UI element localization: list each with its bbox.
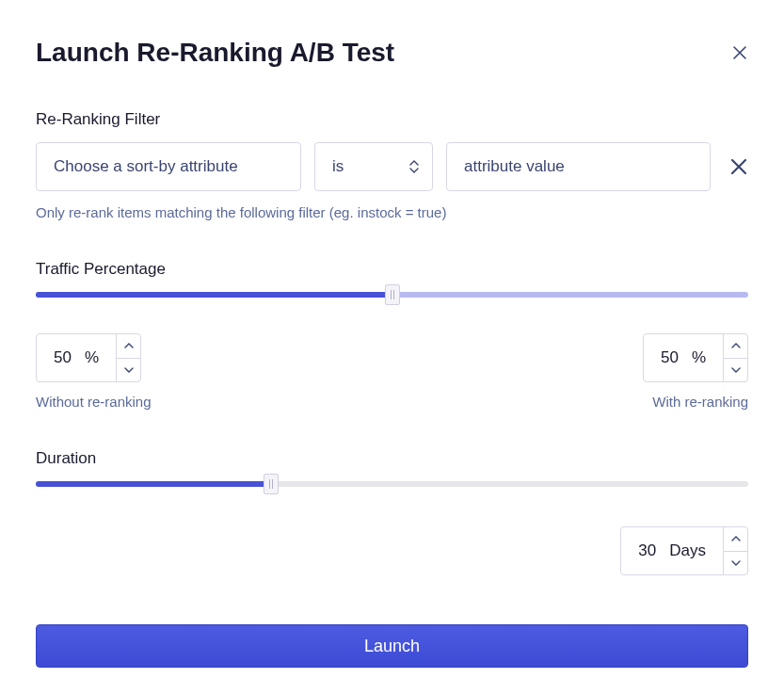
- decrement-button[interactable]: [117, 359, 140, 382]
- duration-label: Duration: [36, 449, 748, 468]
- with-reranking-stepper[interactable]: 50 %: [643, 333, 748, 382]
- duration-slider[interactable]: [36, 481, 748, 487]
- with-caption: With re-ranking: [652, 394, 748, 410]
- without-value: 50: [54, 348, 72, 367]
- duration-value: 30: [638, 541, 656, 560]
- duration-slider-thumb[interactable]: [264, 474, 279, 494]
- filter-hint: Only re-rank items matching the followin…: [36, 204, 748, 220]
- traffic-slider[interactable]: [36, 292, 748, 298]
- close-icon[interactable]: [731, 44, 748, 61]
- decrement-button[interactable]: [724, 552, 747, 575]
- percent-unit: %: [692, 348, 706, 367]
- page-title: Launch Re-Ranking A/B Test: [36, 38, 394, 68]
- attribute-value-field[interactable]: attribute value: [446, 142, 711, 191]
- with-value: 50: [661, 348, 679, 367]
- remove-filter-icon[interactable]: [729, 157, 748, 176]
- operator-select[interactable]: is: [314, 142, 433, 191]
- filter-row: Choose a sort-by attribute is attribute …: [36, 142, 748, 191]
- operator-value: is: [332, 157, 344, 176]
- duration-slider-fill: [36, 481, 271, 487]
- launch-button[interactable]: Launch: [36, 624, 748, 668]
- duration-unit: Days: [669, 541, 706, 560]
- increment-button[interactable]: [724, 527, 747, 552]
- without-reranking-stepper[interactable]: 50 %: [36, 333, 141, 382]
- traffic-label: Traffic Percentage: [36, 260, 748, 279]
- sort-attribute-field[interactable]: Choose a sort-by attribute: [36, 142, 301, 191]
- increment-button[interactable]: [117, 334, 140, 359]
- chevron-up-down-icon: [409, 160, 419, 173]
- decrement-button[interactable]: [724, 359, 747, 382]
- without-caption: Without re-ranking: [36, 394, 152, 410]
- duration-stepper[interactable]: 30 Days: [620, 526, 748, 575]
- percent-unit: %: [85, 348, 99, 367]
- increment-button[interactable]: [724, 334, 747, 359]
- traffic-slider-thumb[interactable]: [385, 284, 400, 305]
- filter-label: Re-Ranking Filter: [36, 110, 748, 129]
- traffic-slider-fill: [36, 292, 392, 298]
